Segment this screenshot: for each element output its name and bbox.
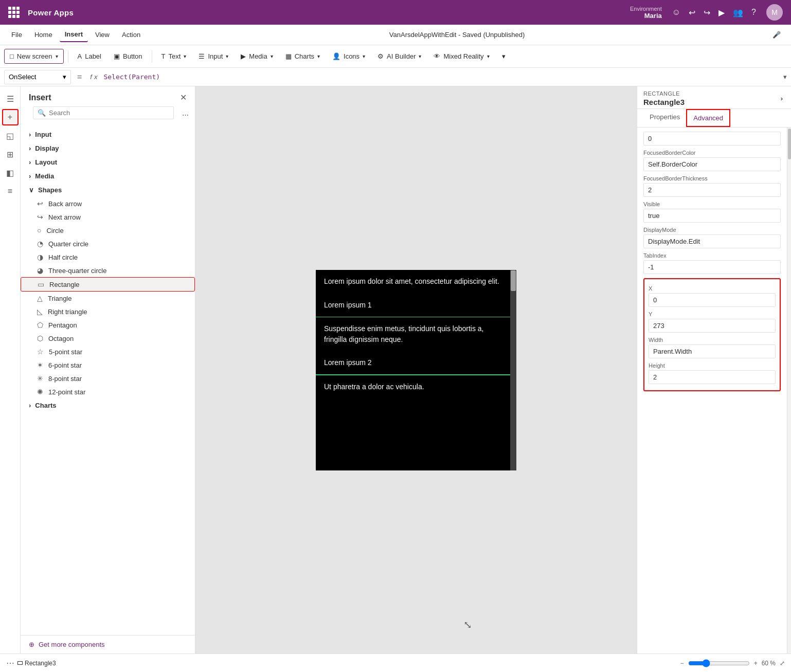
right-panel-wrapper: 0 FocusedBorderColor Self.BorderColor Fo…: [637, 128, 791, 653]
focused-border-thickness-value[interactable]: 2: [643, 183, 781, 197]
media-button[interactable]: ▶ Media ▾: [236, 49, 278, 63]
triangle-icon: △: [37, 294, 43, 302]
dots-icon[interactable]: ⋯: [6, 658, 14, 668]
data-icon[interactable]: ⊞: [2, 146, 19, 162]
new-screen-button[interactable]: □ New screen ▾: [4, 49, 64, 64]
button-button[interactable]: ▣ Button: [109, 49, 148, 63]
formula-input[interactable]: [103, 70, 779, 84]
menu-view[interactable]: View: [90, 28, 115, 42]
canvas-scrollbar-v[interactable]: [510, 270, 516, 470]
category-shapes[interactable]: ∨ Shapes: [21, 183, 195, 197]
quarter-circle-icon: ◔: [37, 240, 43, 248]
more-button[interactable]: ▾: [497, 49, 511, 63]
list-item-triangle[interactable]: △ Triangle: [21, 292, 195, 305]
get-more-icon: ⊕: [29, 641, 34, 648]
list-item-next-arrow[interactable]: ↪ Next arrow: [21, 210, 195, 224]
x-value[interactable]: 0: [649, 293, 776, 307]
tab-index-value[interactable]: -1: [643, 260, 781, 274]
menu-action[interactable]: Action: [117, 28, 146, 42]
text-icon: T: [161, 52, 166, 60]
height-value[interactable]: 2: [649, 370, 776, 384]
list-item-8-point-star[interactable]: ✳ 8-point star: [21, 372, 195, 385]
right-panel: RECTANGLE Rectangle3 › Properties Advanc…: [637, 86, 791, 653]
undo-icon[interactable]: ↩: [689, 8, 695, 17]
tab-advanced[interactable]: Advanced: [686, 109, 730, 127]
8-star-icon: ✳: [37, 374, 43, 383]
formula-selector-value: OnSelect: [9, 73, 36, 81]
category-layout[interactable]: › Layout: [21, 155, 195, 169]
input-button[interactable]: ☰ Input ▾: [193, 49, 233, 63]
person-icon[interactable]: ☺: [672, 8, 680, 17]
more-options-icon[interactable]: ⋯: [182, 111, 189, 119]
list-item-right-triangle[interactable]: ◺ Right triangle: [21, 305, 195, 318]
minus-icon[interactable]: −: [680, 660, 684, 667]
expand-icon[interactable]: ›: [779, 93, 785, 104]
width-value[interactable]: Parent.Width: [649, 344, 776, 358]
category-media[interactable]: › Media: [21, 169, 195, 183]
icons-button[interactable]: 👤 Icons ▾: [327, 49, 370, 63]
get-more-components[interactable]: ⊕ Get more components: [21, 635, 195, 653]
right-panel-scroll-thumb[interactable]: [788, 129, 791, 159]
hamburger-icon[interactable]: ☰: [2, 90, 19, 107]
list-item-quarter-circle[interactable]: ◔ Quarter circle: [21, 237, 195, 250]
divider-2: [152, 50, 152, 63]
waffle-icon[interactable]: [8, 7, 20, 18]
insert-list: › Input › Display › Layout › Media ∨ Sha…: [21, 128, 195, 635]
microphone-icon[interactable]: 🎤: [768, 27, 785, 43]
redo-icon[interactable]: ↪: [704, 8, 710, 17]
menu-file[interactable]: File: [6, 28, 27, 42]
ai-builder-button[interactable]: ⚙ AI Builder ▾: [372, 49, 426, 63]
category-charts-label: Charts: [35, 402, 56, 409]
play-icon[interactable]: ▶: [718, 8, 725, 17]
canvas-resize-handle[interactable]: ⤡: [463, 619, 472, 631]
components-icon[interactable]: ◧: [2, 165, 19, 181]
right-panel-tabs: Properties Advanced: [637, 109, 791, 128]
plus-icon[interactable]: +: [754, 660, 758, 667]
variables-icon[interactable]: ≡: [2, 183, 19, 199]
formula-selector[interactable]: OnSelect ▾: [4, 70, 71, 84]
6-star-label: 6-point star: [48, 361, 82, 369]
tab-properties[interactable]: Properties: [643, 109, 686, 127]
right-panel-scrollbar[interactable]: [787, 128, 791, 653]
menu-insert[interactable]: Insert: [60, 27, 88, 42]
label-icon: A: [78, 52, 82, 60]
menu-home[interactable]: Home: [29, 28, 58, 42]
prop-first-value[interactable]: 0: [643, 132, 781, 146]
charts-button[interactable]: ▦ Charts ▾: [280, 49, 325, 63]
insert-nav-icon[interactable]: +: [2, 109, 19, 125]
layers-icon[interactable]: ◱: [2, 128, 19, 144]
5-star-label: 5-point star: [49, 348, 82, 356]
text-button[interactable]: T Text ▾: [156, 49, 192, 63]
list-item-6-point-star[interactable]: ✶ 6-point star: [21, 358, 195, 372]
mixed-reality-button[interactable]: 👁 Mixed Reality ▾: [428, 49, 494, 63]
list-item-circle[interactable]: ○ Circle: [21, 224, 195, 237]
display-mode-value[interactable]: DisplayMode.Edit: [643, 234, 781, 248]
category-charts[interactable]: › Charts: [21, 398, 195, 412]
chevron-right-icon-layout: ›: [29, 158, 31, 166]
list-item-pentagon[interactable]: ⬠ Pentagon: [21, 318, 195, 332]
search-input[interactable]: [49, 109, 169, 117]
formula-expand-icon[interactable]: ▾: [783, 73, 787, 81]
visible-value[interactable]: true: [643, 209, 781, 223]
list-item-octagon[interactable]: ⬡ Octagon: [21, 332, 195, 345]
focused-border-color-value[interactable]: Self.BorderColor: [643, 157, 781, 171]
list-item-half-circle[interactable]: ◑ Half circle: [21, 250, 195, 264]
list-item-rectangle[interactable]: ▭ Rectangle: [21, 277, 195, 292]
label-button[interactable]: A Label: [73, 49, 106, 63]
list-item-5-point-star[interactable]: ☆ 5-point star: [21, 345, 195, 358]
zoom-slider[interactable]: [688, 659, 750, 667]
list-item-12-point-star[interactable]: ✺ 12-point star: [21, 385, 195, 398]
fullscreen-icon[interactable]: ⤢: [780, 660, 785, 667]
close-icon[interactable]: ✕: [180, 93, 187, 102]
category-input[interactable]: › Input: [21, 128, 195, 141]
canvas-content[interactable]: Lorem ipsum dolor sit amet, consectetur …: [316, 270, 516, 470]
help-icon[interactable]: ?: [751, 8, 756, 17]
list-item-back-arrow[interactable]: ↩ Back arrow: [21, 197, 195, 210]
list-item-three-quarter-circle[interactable]: ◕ Three-quarter circle: [21, 264, 195, 277]
avatar[interactable]: M: [766, 4, 783, 21]
y-value[interactable]: 273: [649, 319, 776, 333]
canvas-scroll-thumb[interactable]: [511, 270, 516, 291]
width-label: Width: [649, 337, 776, 343]
category-display[interactable]: › Display: [21, 141, 195, 155]
share-icon[interactable]: 👥: [733, 8, 743, 17]
